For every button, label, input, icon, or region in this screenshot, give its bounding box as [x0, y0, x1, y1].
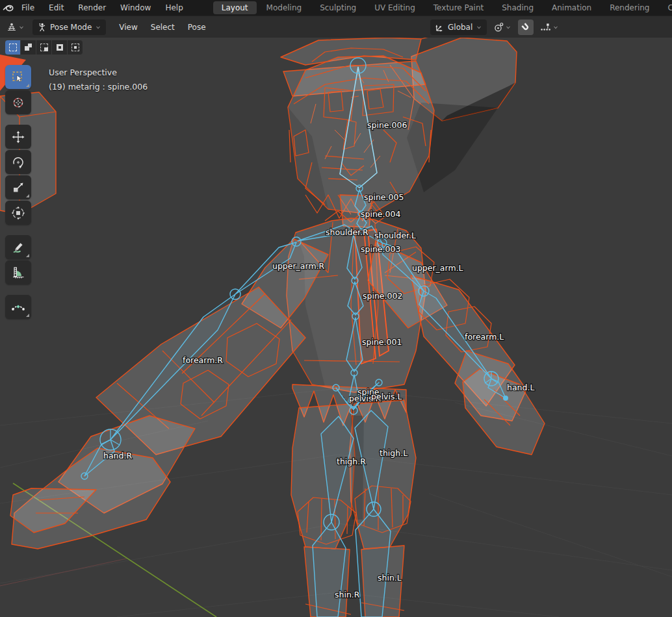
- bone-label-hand.L: hand.L: [507, 383, 534, 392]
- select-extend-icon: [25, 44, 32, 51]
- tool-move[interactable]: [5, 125, 31, 149]
- bone-label-hand.R: hand.R: [103, 451, 132, 460]
- scene-canvas: spine.006spine.005spine.004shoulder.Rsho…: [0, 38, 672, 617]
- tab-layout[interactable]: Layout: [213, 1, 257, 14]
- chevron-down-icon: [552, 24, 559, 31]
- menu-help[interactable]: Help: [158, 0, 190, 16]
- bone-label-pelvis.L: pelvis.L: [371, 392, 402, 401]
- blender-window: FileEditRenderWindowHelp LayoutModelingS…: [0, 0, 672, 617]
- tab-animation[interactable]: Animation: [543, 1, 600, 14]
- orientation-dropdown[interactable]: Global: [430, 19, 487, 35]
- header-right-controls: Global: [430, 16, 562, 38]
- pivot-point-icon: [493, 22, 504, 32]
- bone-label-upper_arm.R: upper_arm.R: [272, 261, 325, 271]
- annotate-pencil-icon: [11, 240, 25, 255]
- view-perspective-label: User Perspective: [49, 66, 148, 80]
- tab-c[interactable]: C: [659, 1, 672, 14]
- select-set-icon: [9, 44, 17, 51]
- select-mode-row: [5, 40, 83, 55]
- cursor-3d-icon: [11, 95, 25, 110]
- tool-cursor[interactable]: [5, 90, 31, 114]
- bone-label-spine.002: spine.002: [363, 291, 402, 301]
- bone-label-shoulder.L: shoulder.L: [374, 231, 416, 240]
- chevron-down-icon: [476, 24, 482, 31]
- workspace-tabs: LayoutModelingSculptingUV EditingTexture…: [213, 0, 672, 16]
- tool-scale[interactable]: [5, 175, 31, 199]
- editor-3d-viewport-icon: [6, 22, 17, 32]
- bone-label-spine.004: spine.004: [361, 209, 400, 219]
- menu-window[interactable]: Window: [113, 0, 158, 16]
- character-mesh[interactable]: [10, 38, 565, 617]
- bone-label-spine.001: spine.001: [362, 337, 402, 347]
- select-mode-set[interactable]: [5, 40, 20, 55]
- menu-edit[interactable]: Edit: [42, 0, 71, 16]
- tool-shelf: [5, 65, 31, 319]
- tool-transform[interactable]: [5, 201, 31, 225]
- viewport-3d[interactable]: spine.006spine.005spine.004shoulder.Rsho…: [0, 38, 672, 617]
- bone-label-spine.003: spine.003: [361, 244, 400, 254]
- proportional-editing-dropdown[interactable]: [537, 19, 562, 35]
- pose-breakdowner-icon: [11, 300, 25, 314]
- tool-rotate[interactable]: [5, 150, 31, 174]
- menu-select[interactable]: Select: [144, 16, 181, 38]
- tab-rendering[interactable]: Rendering: [601, 1, 658, 14]
- mode-label: Pose Mode: [50, 23, 92, 32]
- chevron-down-icon: [505, 24, 511, 31]
- tool-annotate[interactable]: [5, 235, 31, 259]
- menu-pose[interactable]: Pose: [181, 16, 213, 38]
- select-box-icon: [11, 70, 25, 84]
- select-mode-invert[interactable]: [52, 40, 67, 55]
- blender-logo-icon[interactable]: [3, 3, 14, 12]
- bone-label-spine.006: spine.006: [367, 120, 407, 130]
- tab-shading[interactable]: Shading: [493, 1, 542, 14]
- bone-label-forearm.L: forearm.L: [465, 332, 504, 342]
- chevron-down-icon: [18, 24, 25, 31]
- tool-measure[interactable]: [5, 260, 31, 284]
- move-icon: [11, 130, 25, 144]
- active-element-label: (19) metarig : spine.006: [49, 80, 148, 94]
- app-menus: FileEditRenderWindowHelp: [14, 0, 190, 16]
- bone-label-spine.005: spine.005: [364, 192, 404, 202]
- bone-label-thigh.R: thigh.R: [337, 457, 366, 466]
- bone-label-forearm.R: forearm.R: [183, 355, 223, 365]
- scale-icon: [11, 181, 25, 195]
- menu-file[interactable]: File: [14, 0, 42, 16]
- measure-icon: [11, 266, 25, 280]
- tool-select-box[interactable]: [5, 65, 31, 89]
- tool-pose-breakdowner[interactable]: [5, 295, 31, 319]
- viewport-header: Pose Mode ViewSelectPose Global: [0, 16, 672, 38]
- pose-figure-icon: [37, 22, 47, 32]
- mode-selector[interactable]: Pose Mode: [32, 19, 106, 35]
- bone-label-thigh.L: thigh.L: [380, 448, 407, 458]
- snap-toggle-button[interactable]: [518, 19, 534, 35]
- tab-uv-editing[interactable]: UV Editing: [366, 1, 424, 14]
- viewport-overlay-text: User Perspective (19) metarig : spine.00…: [49, 66, 148, 94]
- select-invert-icon: [56, 44, 64, 51]
- select-mode-intersect[interactable]: [68, 40, 83, 55]
- viewport-menus: ViewSelectPose: [112, 16, 212, 38]
- bone-label-shin.R: shin.R: [335, 590, 360, 599]
- select-mode-subtract[interactable]: [36, 40, 51, 55]
- rotate-icon: [11, 155, 25, 170]
- menu-render[interactable]: Render: [71, 0, 113, 16]
- transform-icon: [11, 206, 25, 220]
- bone-label-shin.L: shin.L: [378, 573, 402, 583]
- select-intersect-icon: [71, 44, 79, 51]
- top-menu-bar: FileEditRenderWindowHelp LayoutModelingS…: [0, 0, 672, 16]
- tab-sculpting[interactable]: Sculpting: [311, 1, 365, 14]
- orientation-label: Global: [448, 23, 472, 32]
- bone-label-shoulder.R: shoulder.R: [326, 227, 368, 237]
- snap-magnet-icon: [521, 22, 531, 32]
- pivot-point-dropdown[interactable]: [491, 19, 514, 35]
- tab-modeling[interactable]: Modeling: [258, 1, 311, 14]
- tab-texture-paint[interactable]: Texture Paint: [425, 1, 492, 14]
- select-subtract-icon: [40, 44, 48, 51]
- chevron-down-icon: [95, 24, 101, 31]
- proportional-editing-icon: [540, 22, 551, 32]
- menu-view[interactable]: View: [112, 16, 144, 38]
- transform-orientation-icon: [435, 23, 445, 32]
- axis-x-red: [0, 559, 127, 586]
- editor-type-button[interactable]: [4, 19, 27, 35]
- bone-label-upper_arm.L: upper_arm.L: [412, 263, 463, 273]
- select-mode-extend[interactable]: [21, 40, 36, 55]
